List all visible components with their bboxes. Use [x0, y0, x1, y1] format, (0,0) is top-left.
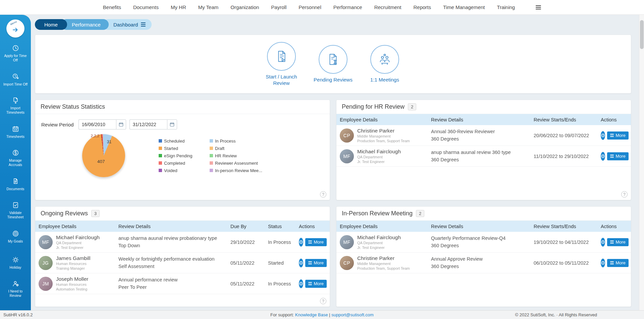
legend-swatch: [159, 139, 162, 143]
breadcrumb-home[interactable]: Home: [35, 19, 67, 30]
legend-item: In-person Review Mee...: [210, 168, 273, 173]
sidebar-item-import-time-off[interactable]: Import Time Off: [0, 66, 31, 93]
sidebar-item-label: I Need to Review: [3, 289, 28, 298]
menu-icon: [610, 261, 614, 264]
sidebar-item-manage-accruals[interactable]: Manage Accruals: [0, 145, 31, 171]
sidebar-item-validate-timesheet[interactable]: Validate Timesheet: [0, 197, 31, 223]
scrollbar-thumb[interactable]: [640, 20, 644, 49]
meetings-circle: [370, 45, 399, 74]
menu-icon: [308, 241, 312, 244]
sidebar-item-apply-time-off[interactable]: Apply for Time Off: [0, 40, 31, 66]
pending-reviews-circle: [319, 45, 347, 74]
sidebar-item-label: My Goals: [3, 239, 28, 244]
one-on-one-meetings-button[interactable]: 1:1 Meetings: [361, 45, 409, 83]
nav-item-time-management[interactable]: Time Management: [443, 4, 485, 10]
knowledge-base-link[interactable]: Knowledge Base: [295, 312, 328, 317]
menu-icon: [308, 261, 312, 264]
nav-item-recruitment[interactable]: Recruitment: [374, 4, 401, 10]
employee-level: Middle Management: [357, 261, 410, 266]
sidebar-item-i-need-to-review[interactable]: I Need to Review: [0, 276, 31, 302]
start-launch-review-button[interactable]: Start / Launch Review: [258, 42, 305, 87]
date-to-input[interactable]: [129, 119, 167, 129]
sidebar-item-my-goals[interactable]: My Goals: [0, 223, 31, 250]
hamburger-menu-icon[interactable]: [536, 5, 541, 9]
card-header: In-Person Review Meeting 2: [336, 207, 631, 221]
money-icon: [12, 149, 19, 157]
sidebar-item-documents[interactable]: Documents: [0, 171, 31, 197]
help-icon[interactable]: ?: [320, 298, 326, 304]
date-to-calendar-button[interactable]: [167, 119, 177, 129]
gear-icon: ⚙: [601, 153, 605, 159]
nav-item-my-team[interactable]: My Team: [198, 4, 219, 10]
gear-icon: ⚙: [601, 239, 605, 245]
nav-item-organization[interactable]: Organization: [230, 4, 259, 10]
avatar: JG: [39, 256, 53, 270]
sidebar-menu-button[interactable]: Menu: [6, 19, 24, 38]
more-button[interactable]: More: [607, 131, 629, 140]
breadcrumb-dashboard[interactable]: Dashboard: [103, 19, 152, 30]
sidebar-item-timesheets[interactable]: Timesheets: [0, 119, 31, 145]
settings-button[interactable]: ⚙: [299, 238, 303, 247]
avatar: CP: [340, 128, 354, 143]
status: Started: [265, 258, 296, 268]
clock-import-icon: [12, 73, 19, 81]
review-status-statistics-card: Review Status Statistics Review Period: [35, 100, 330, 200]
table-header: Employee Details Review Details Review S…: [336, 221, 631, 232]
review-dates: 19/10/2022 to 04/11/2022: [530, 237, 597, 247]
help-icon[interactable]: ?: [320, 191, 326, 198]
more-button[interactable]: More: [305, 238, 327, 246]
nav-item-payroll[interactable]: Payroll: [271, 4, 286, 10]
legend-swatch: [159, 169, 162, 172]
settings-button[interactable]: ⚙: [299, 259, 303, 267]
employee-department: Human Resources: [56, 261, 91, 266]
more-button[interactable]: More: [305, 259, 327, 267]
nav-item-benefits[interactable]: Benefits: [103, 4, 121, 10]
more-button[interactable]: More: [607, 238, 629, 246]
employee-title: Jr. Test Engineer: [56, 245, 100, 250]
sidebar-item-import-timesheets[interactable]: Import Timesheets: [0, 93, 31, 119]
app-version: SutiHR v16.0.2: [3, 312, 33, 317]
nav-item-reports[interactable]: Reports: [414, 4, 431, 10]
footer: SutiHR v16.0.2 For support: Knowledge Ba…: [0, 310, 644, 319]
avatar: MF: [39, 235, 53, 249]
pie-label-in-process: 31: [107, 140, 112, 144]
review-type: 360 Degrees: [431, 242, 527, 249]
vertical-scrollbar[interactable]: [639, 15, 644, 310]
employee-department: QA Department: [357, 155, 401, 159]
settings-button[interactable]: ⚙: [601, 131, 605, 140]
review-name: anup sharma auunal review 360 type: [431, 149, 527, 156]
help-icon[interactable]: ?: [621, 191, 628, 198]
column-header: Status: [265, 221, 296, 231]
legend-item: eSign Pending: [159, 153, 210, 158]
chart-legend: Scheduled Started eSign Pending Complete…: [159, 137, 273, 174]
dashboard-menu-icon[interactable]: [141, 22, 146, 26]
menu-icon: [610, 134, 614, 137]
more-button[interactable]: More: [305, 280, 327, 288]
pie-label-started: 407: [97, 159, 105, 164]
more-button[interactable]: More: [607, 152, 629, 160]
nav-item-performance[interactable]: Performance: [333, 4, 362, 10]
ongoing-reviews-card: Ongoing Reviews 3 Employee Details Revie…: [35, 206, 330, 307]
date-from-input[interactable]: [78, 119, 116, 129]
table-row: MF Michael Fairclough QA Department Jr. …: [35, 232, 330, 253]
nav-item-personnel[interactable]: Personnel: [299, 4, 321, 10]
employee-name: Michael Fairclough: [357, 234, 401, 241]
gear-icon: ⚙: [299, 281, 303, 287]
menu-label: Menu: [10, 20, 17, 26]
pending-reviews-button[interactable]: Pending Reviews: [309, 45, 357, 83]
nav-item-my-hr[interactable]: My HR: [171, 4, 186, 10]
breadcrumb-performance[interactable]: Performance: [61, 19, 109, 30]
sidebar-item-label: Import Timesheets: [3, 106, 28, 114]
settings-button[interactable]: ⚙: [601, 259, 605, 267]
more-button[interactable]: More: [607, 259, 629, 267]
nav-item-documents[interactable]: Documents: [133, 4, 159, 10]
support-email-link[interactable]: support@sutisoft.com: [331, 312, 374, 317]
sidebar-item-holiday[interactable]: Holiday: [0, 250, 31, 276]
date-from-calendar-button[interactable]: [116, 119, 126, 129]
nav-item-training[interactable]: Training: [497, 4, 515, 10]
settings-button[interactable]: ⚙: [601, 238, 605, 247]
column-header: Actions: [597, 221, 631, 231]
settings-button[interactable]: ⚙: [299, 279, 303, 288]
table-row: JG James Gambill Human Resources Trainin…: [35, 253, 330, 273]
settings-button[interactable]: ⚙: [601, 152, 605, 161]
